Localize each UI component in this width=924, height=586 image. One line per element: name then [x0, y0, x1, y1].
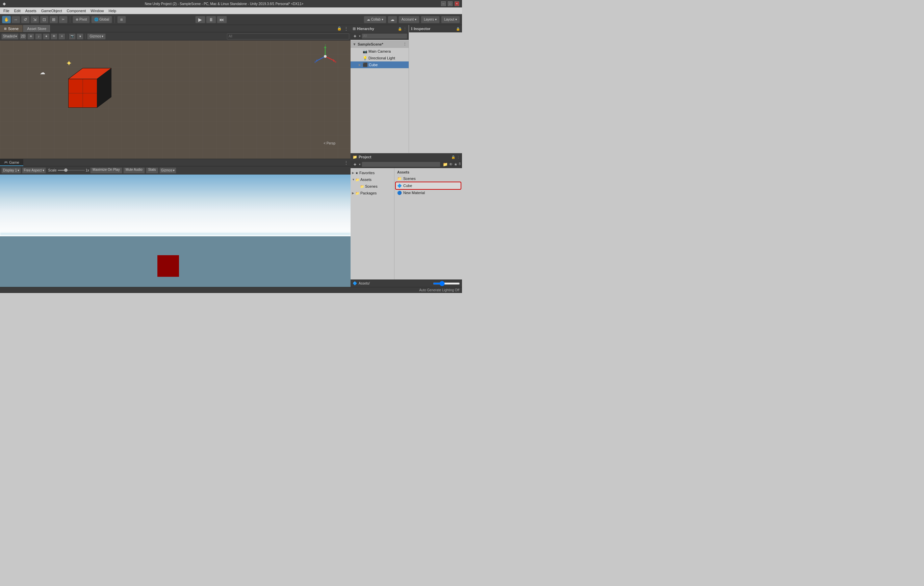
menu-window[interactable]: Window — [89, 8, 106, 13]
cloud-button[interactable]: ☁ — [388, 16, 397, 23]
game-canvas[interactable] — [0, 174, 351, 287]
camera-overlay[interactable]: 📷 — [69, 33, 76, 40]
move-tool[interactable]: ↔ — [12, 16, 20, 23]
minimize-button[interactable]: ─ — [441, 2, 446, 6]
project-add-button[interactable]: + — [352, 162, 358, 167]
project-tree: ▶ ★ Favorites ▼ 📁 Assets — [351, 168, 394, 280]
scene-more-button[interactable]: ⋮ — [403, 42, 407, 46]
maximize-button[interactable]: □ — [448, 2, 452, 6]
2d-button[interactable]: 2D — [20, 33, 26, 40]
stats-button[interactable]: Stats — [146, 168, 158, 173]
game-tab-label: Game — [9, 160, 19, 165]
hierarchy-lock-icon[interactable]: 🔒 — [398, 27, 402, 31]
game-more-icon[interactable]: ⋮ — [344, 160, 348, 165]
tree-assets[interactable]: ▼ 📁 Assets — [351, 176, 394, 183]
favorites-icon: ★ — [355, 171, 358, 175]
asset-new-material[interactable]: 🔵 New Material — [396, 189, 460, 196]
game-tab[interactable]: 🎮 Game — [0, 159, 23, 166]
collab-button[interactable]: ☁ Collab ▾ — [364, 16, 386, 23]
aspect-label: Free Aspect — [24, 168, 41, 172]
scale-slider[interactable] — [58, 170, 85, 171]
scene-layer-button[interactable]: ≡ — [58, 33, 65, 40]
scale-knob[interactable] — [64, 168, 68, 172]
project-eye-icon[interactable]: 👁 — [449, 162, 453, 167]
game-gizmos-dropdown[interactable]: Gizmos ▾ — [159, 168, 177, 173]
rect-tool[interactable]: ⊡ — [40, 16, 49, 23]
hierarchy-search-input[interactable] — [362, 33, 407, 39]
favorites-arrow: ▶ — [352, 171, 355, 174]
project-more-icon[interactable]: ⋮ — [457, 155, 460, 159]
menu-assets[interactable]: Assets — [23, 8, 38, 13]
hierarchy-more-icon[interactable]: ⋮ — [403, 27, 407, 31]
scene-tabs: ⊞ Scene Asset Store 🔒 ⋮ — [0, 25, 351, 32]
project-star-icon[interactable]: ★ — [454, 162, 458, 167]
scene-expand-arrow: ▼ — [353, 42, 356, 46]
transform-tool[interactable]: ⊞ — [49, 16, 58, 23]
mute-audio-button[interactable]: Mute Audio — [123, 168, 145, 173]
gizmos-button[interactable]: Gizmos ▾ — [87, 33, 106, 40]
title-bar: ◆ New Unity Project (2) - SampleScene - … — [0, 0, 462, 7]
rotate-tool[interactable]: ↺ — [21, 16, 30, 23]
shaded-dropdown[interactable]: Shaded ▾ — [2, 33, 18, 40]
global-icon: 🌐 — [94, 18, 98, 21]
tree-scenes[interactable]: 📁 Scenes — [351, 183, 394, 190]
2d-label: 2D — [21, 35, 25, 38]
snap-button[interactable]: ⊞ — [117, 16, 126, 23]
pause-button[interactable]: ⏸ — [206, 16, 216, 23]
project-folder-icon[interactable]: 📁 — [443, 162, 448, 167]
menu-gameobject[interactable]: GameObject — [39, 8, 64, 13]
project-search-input[interactable] — [362, 162, 441, 167]
scene-vis-button[interactable]: 👁 — [51, 33, 58, 40]
hierarchy-header: ⊞ Hierarchy 🔒 ⋮ — [351, 25, 409, 32]
aspect-dropdown[interactable]: Free Aspect ▾ — [22, 168, 46, 173]
status-message: Auto Generate Lighting Off — [419, 288, 459, 292]
scene-lock-icon[interactable]: 🔒 — [337, 26, 342, 31]
asset-scenes[interactable]: 📁 Scenes — [396, 175, 460, 182]
play-button[interactable]: ▶ — [195, 16, 205, 23]
packages-folder-icon: 📁 — [355, 191, 359, 195]
close-button[interactable]: ✕ — [455, 2, 459, 6]
custom-tool[interactable]: ✂ — [59, 16, 68, 23]
hand-tool[interactable]: ✋ — [2, 16, 11, 23]
pivot-button[interactable]: ⊕ Pivot — [73, 16, 90, 23]
dropdown-btn[interactable]: ▾ — [77, 33, 83, 40]
hierarchy-item-directional-light[interactable]: 💡 Directional Light — [351, 55, 409, 61]
project-dropdown-arrow[interactable]: ▾ — [359, 163, 361, 166]
layout-chevron: ▾ — [455, 18, 457, 21]
hierarchy-item-main-camera[interactable]: 📷 Main Camera — [351, 48, 409, 55]
menu-file[interactable]: File — [2, 8, 12, 13]
menu-component[interactable]: Component — [64, 8, 88, 13]
scene-cube — [54, 58, 111, 115]
scene-search-input[interactable] — [227, 33, 349, 40]
account-button[interactable]: Account ▾ — [399, 16, 419, 23]
menu-edit[interactable]: Edit — [12, 8, 23, 13]
scene-canvas[interactable]: ✦ ☁ — [0, 41, 351, 159]
layout-button[interactable]: Layout ▾ — [441, 16, 460, 23]
separator-1 — [70, 16, 70, 23]
tree-favorites[interactable]: ▶ ★ Favorites — [351, 170, 394, 176]
scene-header[interactable]: ▼ SampleScene* ⋮ — [351, 41, 409, 48]
fx-button[interactable]: ✦ — [43, 33, 50, 40]
toolbar: ✋ ↔ ↺ ⇲ ⊡ ⊞ ✂ ⊕ Pivot 🌐 Global ⊞ ▶ ⏸ ⏭ ☁… — [0, 14, 462, 25]
project-zoom-slider[interactable] — [433, 283, 460, 285]
audio-button[interactable]: ♪ — [35, 33, 42, 40]
step-button[interactable]: ⏭ — [217, 16, 227, 23]
scene-more-icon[interactable]: ⋮ — [344, 26, 348, 31]
status-bar: Auto Generate Lighting Off — [0, 287, 462, 293]
project-lock-icon[interactable]: 🔒 — [451, 155, 455, 159]
scale-tool[interactable]: ⇲ — [30, 16, 39, 23]
layers-button[interactable]: Layers ▾ — [421, 16, 440, 23]
maximize-on-play-button[interactable]: Maximize On Play — [90, 168, 122, 173]
lighting-button[interactable]: ☀ — [27, 33, 34, 40]
tree-packages[interactable]: ▶ 📁 Packages — [351, 190, 394, 196]
asset-store-tab[interactable]: Asset Store — [23, 25, 51, 32]
inspector-lock-icon[interactable]: 🔒 — [456, 27, 460, 31]
asset-cube[interactable]: 🔷 Cube — [396, 182, 460, 189]
global-button[interactable]: 🌐 Global — [91, 16, 112, 23]
hierarchy-dropdown-arrow[interactable]: ▾ — [359, 35, 361, 38]
hierarchy-add-button[interactable]: + — [352, 33, 358, 39]
hierarchy-item-cube[interactable]: ▶ ⬛ Cube — [351, 61, 409, 68]
display-dropdown[interactable]: Display 1 ▾ — [2, 168, 21, 173]
scene-tab[interactable]: ⊞ Scene — [0, 25, 23, 32]
menu-help[interactable]: Help — [106, 8, 118, 13]
